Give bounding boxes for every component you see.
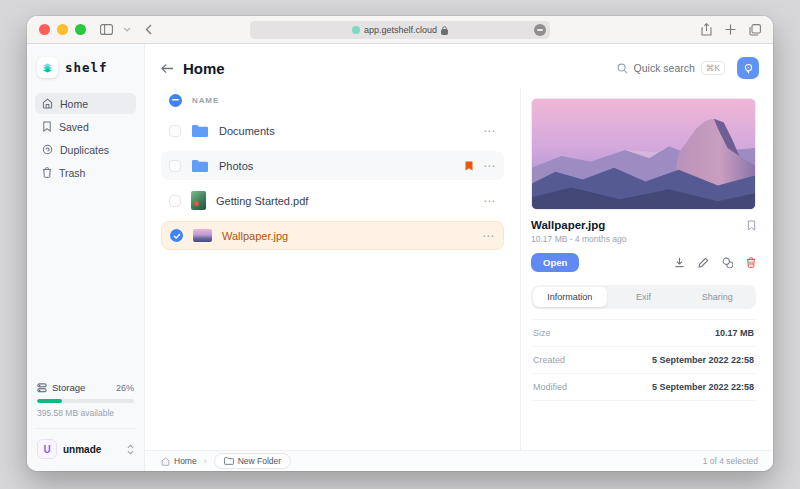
file-row-photos[interactable]: Photos ⋯ [161,151,504,180]
info-value: 10.17 MB [715,328,754,338]
file-name: Wallpaper.jpg [222,230,288,242]
bookmark-icon [42,121,52,132]
details-filename: Wallpaper.jpg [531,219,605,231]
address-bar[interactable]: app.getshelf.cloud [250,21,550,39]
breadcrumb-home[interactable]: Home [161,456,197,466]
file-title-row: Wallpaper.jpg [531,219,756,231]
row-menu-button[interactable]: ⋯ [483,125,496,137]
browser-toolbar: app.getshelf.cloud [27,16,773,44]
sidebar-item-home[interactable]: Home [35,93,136,114]
lock-icon [441,26,448,35]
minimize-button[interactable] [57,24,68,35]
row-checkbox-checked[interactable] [170,229,183,242]
page-header: Home Quick search ⌘K [145,44,773,88]
storage-progress-bar [37,399,134,403]
file-row-documents[interactable]: Documents ⋯ [161,116,504,145]
open-button[interactable]: Open [531,253,579,272]
folder-icon [191,159,209,173]
help-button[interactable] [737,57,759,79]
storage-label: Storage [52,382,85,393]
toolbar-right-icons [701,23,761,36]
file-row-wallpaper[interactable]: Wallpaper.jpg ⋯ [161,221,504,250]
content-blocker-badge-icon[interactable] [534,24,546,36]
account-switcher[interactable]: U unmade [35,429,136,463]
info-label: Size [533,328,551,338]
sidebar-item-trash[interactable]: Trash [35,162,136,183]
tab-sharing[interactable]: Sharing [680,287,754,307]
shelf-logo-icon [37,57,58,78]
sidebar-toggle-icon[interactable] [100,24,113,35]
quick-search-label: Quick search [634,62,695,74]
quick-search[interactable]: Quick search ⌘K [617,61,725,75]
avatar: U [37,439,57,459]
row-menu-button[interactable]: ⋯ [482,230,495,242]
file-row-getting-started[interactable]: Getting Started.pdf ⋯ [161,186,504,215]
sidebar-item-duplicates[interactable]: Duplicates [35,139,136,160]
sidebar-item-saved[interactable]: Saved [35,116,136,137]
close-button[interactable] [39,24,50,35]
row-checkbox[interactable] [169,195,181,207]
workspace: Home Quick search ⌘K [145,44,773,471]
sidebar-item-label: Duplicates [60,144,109,156]
folder-icon [191,124,209,138]
share-icon[interactable] [701,23,712,36]
storage-percent: 26% [116,383,134,393]
file-name: Photos [219,160,253,172]
tab-exif[interactable]: Exif [607,287,681,307]
new-tab-icon[interactable] [725,24,736,35]
info-value: 5 September 2022 22:58 [652,355,754,365]
back-button[interactable] [161,63,174,74]
back-icon[interactable] [145,24,152,35]
file-actions-row: Open [531,253,756,272]
breadcrumb-new-folder[interactable]: New Folder [214,453,291,469]
announcement-icon [743,63,754,74]
home-icon [42,98,53,109]
info-table: Size 10.17 MB Created 5 September 2022 2… [531,319,756,401]
select-all-checkbox[interactable] [169,94,182,107]
page-title: Home [183,60,225,77]
breadcrumb-separator: › [204,456,207,466]
bookmark-filled-icon [465,161,473,171]
download-icon[interactable] [674,257,685,268]
info-label: Created [533,355,565,365]
app-logo[interactable]: shelf [35,54,136,93]
row-checkbox[interactable] [169,125,181,137]
zoom-button[interactable] [75,24,86,35]
status-bar: Home › New Folder 1 of 4 selected [145,450,773,471]
sidebar-item-label: Home [60,98,88,110]
sidebar: shelf Home Saved Duplicates [27,44,145,471]
sidebar-nav: Home Saved Duplicates Trash [35,93,136,183]
file-list: NAME Documents ⋯ Photos [145,88,520,450]
image-preview [531,98,756,210]
row-menu-button[interactable]: ⋯ [483,195,496,207]
storage-icon [37,383,47,393]
tab-overview-icon[interactable] [749,24,761,36]
search-shortcut-badge: ⌘K [701,61,725,75]
account-selector-icon[interactable] [127,444,134,455]
folder-icon [224,457,234,465]
url-text: app.getshelf.cloud [364,25,437,35]
traffic-lights [39,24,86,35]
column-header-name: NAME [192,96,219,105]
bookmark-toggle-button[interactable] [747,220,756,231]
details-tabs: Information Exif Sharing [531,285,756,309]
site-favicon [352,26,360,34]
app-name: shelf [65,60,108,75]
duplicates-icon [42,144,53,155]
duplicate-icon[interactable] [722,257,733,268]
file-name: Getting Started.pdf [216,195,308,207]
file-action-icons [674,257,756,268]
chevron-down-icon[interactable] [123,27,131,32]
bookmark-outline-icon [747,220,756,231]
file-name: Documents [219,125,275,137]
row-menu-button[interactable]: ⋯ [483,160,496,172]
row-checkbox[interactable] [169,160,181,172]
app-body: shelf Home Saved Duplicates [27,44,773,471]
edit-icon[interactable] [698,257,709,268]
desktop-background: app.getshelf.cloud [0,0,800,489]
info-row-created: Created 5 September 2022 22:58 [531,347,756,374]
info-label: Modified [533,382,567,392]
storage-row: Storage 26% [35,382,136,393]
delete-icon[interactable] [746,257,756,268]
tab-information[interactable]: Information [533,287,607,307]
